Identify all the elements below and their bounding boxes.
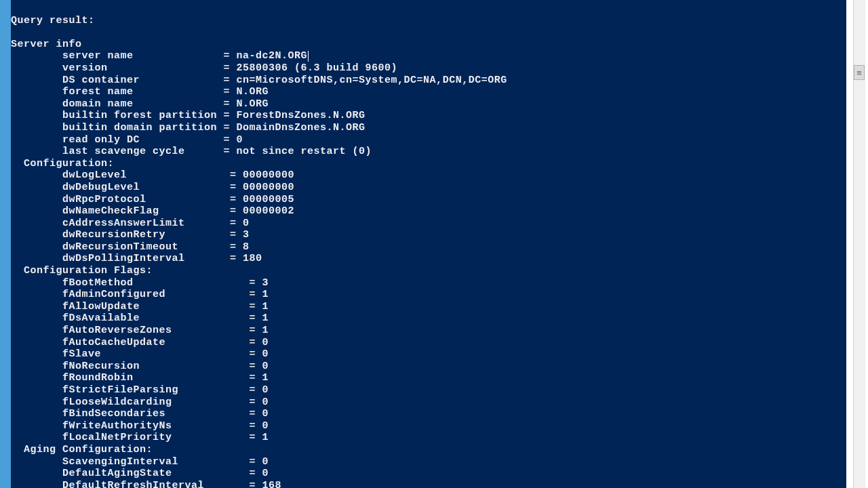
value-fStrictFileParsing: 0 (262, 384, 269, 396)
value-fAutoCacheUpdate: 0 (262, 337, 269, 348)
value-dwRecursionTimeout: 8 (243, 241, 250, 253)
label-server-name: server name (62, 50, 134, 62)
value-fSlave: 0 (262, 348, 269, 360)
label-version: version (62, 62, 108, 74)
label-DefaultRefreshInterval: DefaultRefreshInterval (62, 480, 204, 488)
value-last-scavenge: not since restart (0) (237, 146, 372, 157)
label-builtin-domain: builtin domain partition (62, 122, 217, 134)
hamburger-icon: ≡ (856, 68, 862, 78)
label-fRoundRobin: fRoundRobin (62, 372, 134, 384)
value-fAllowUpdate: 1 (262, 301, 269, 312)
label-domain-name: domain name (62, 98, 134, 110)
value-fDsAvailable: 1 (262, 312, 269, 324)
value-fWriteAuthorityNs: 0 (262, 420, 269, 432)
value-DefaultRefreshInterval: 168 (262, 480, 282, 488)
value-fAutoReverseZones: 1 (262, 325, 269, 336)
label-last-scavenge: last scavenge cycle (62, 146, 185, 157)
label-builtin-forest: builtin forest partition (62, 110, 217, 121)
label-fAllowUpdate: fAllowUpdate (62, 301, 140, 312)
label-DefaultAgingState: DefaultAgingState (62, 468, 172, 479)
window-right-margin: ≡ (846, 0, 868, 488)
powershell-terminal[interactable]: Query result: Server info server name = … (11, 0, 846, 488)
label-ds-container: DS container (62, 75, 140, 86)
label-fLooseWildcarding: fLooseWildcarding (62, 396, 172, 408)
label-fBootMethod: fBootMethod (62, 277, 134, 289)
value-fBootMethod: 3 (262, 277, 269, 289)
value-dwRpcProtocol: 00000005 (243, 194, 294, 205)
label-fAdminConfigured: fAdminConfigured (62, 289, 165, 300)
label-dwNameCheckFlag: dwNameCheckFlag (62, 205, 159, 217)
value-fBindSecondaries: 0 (262, 408, 269, 420)
label-fStrictFileParsing: fStrictFileParsing (62, 384, 178, 396)
label-dwDebugLevel: dwDebugLevel (62, 182, 140, 193)
label-fWriteAuthorityNs: fWriteAuthorityNs (62, 420, 172, 432)
label-fLocalNetPriority: fLocalNetPriority (62, 432, 172, 443)
label-dwDsPollingInterval: dwDsPollingInterval (62, 253, 185, 264)
label-ScavengingInterval: ScavengingInterval (62, 456, 178, 468)
label-fAutoCacheUpdate: fAutoCacheUpdate (62, 337, 165, 348)
section-configuration: Configuration: (24, 158, 114, 169)
value-fLooseWildcarding: 0 (262, 396, 269, 408)
value-read-only-dc: 0 (237, 134, 243, 146)
label-dwRecursionTimeout: dwRecursionTimeout (62, 241, 178, 253)
value-dwDsPollingInterval: 180 (243, 253, 262, 264)
value-cAddressAnswerLimit: 0 (243, 218, 250, 229)
section-config-flags: Configuration Flags: (24, 265, 153, 277)
value-fAdminConfigured: 1 (262, 289, 269, 300)
value-ds-container: cn=MicrosoftDNS,cn=System,DC=NA,DCN,DC=O… (237, 75, 507, 86)
section-aging: Aging Configuration: (24, 444, 153, 455)
label-fDsAvailable: fDsAvailable (62, 312, 140, 324)
value-dwNameCheckFlag: 00000002 (243, 205, 294, 217)
section-server-info: Server info (11, 39, 82, 50)
text-cursor (308, 51, 309, 62)
label-forest-name: forest name (62, 86, 134, 98)
query-result-header: Query result: (11, 15, 95, 26)
value-fRoundRobin: 1 (262, 372, 269, 384)
label-fBindSecondaries: fBindSecondaries (62, 408, 165, 420)
value-builtin-domain: DomainDnsZones.N.ORG (237, 122, 366, 134)
label-fAutoReverseZones: fAutoReverseZones (62, 325, 172, 336)
label-fNoRecursion: fNoRecursion (62, 361, 140, 372)
value-dwDebugLevel: 00000000 (243, 182, 294, 193)
value-builtin-forest: ForestDnsZones.N.ORG (237, 110, 366, 121)
value-fNoRecursion: 0 (262, 361, 269, 372)
value-dwLogLevel: 00000000 (243, 169, 294, 181)
value-version: 25800306 (6.3 build 9600) (237, 62, 398, 74)
window-left-strip (0, 0, 11, 488)
value-fLocalNetPriority: 1 (262, 432, 269, 443)
value-ScavengingInterval: 0 (262, 456, 269, 468)
label-read-only-dc: read only DC (62, 134, 140, 146)
value-dwRecursionRetry: 3 (243, 229, 250, 241)
label-dwRecursionRetry: dwRecursionRetry (62, 229, 165, 241)
value-DefaultAgingState: 0 (262, 468, 269, 479)
value-forest-name: N.ORG (237, 86, 269, 98)
label-dwLogLevel: dwLogLevel (62, 169, 127, 181)
label-cAddressAnswerLimit: cAddressAnswerLimit (62, 218, 185, 229)
scrollbar-thumb[interactable]: ≡ (854, 65, 865, 80)
label-dwRpcProtocol: dwRpcProtocol (62, 194, 146, 205)
label-fSlave: fSlave (62, 348, 101, 360)
value-domain-name: N.ORG (237, 98, 269, 110)
value-server-name: na-dc2N.ORG (237, 50, 308, 62)
